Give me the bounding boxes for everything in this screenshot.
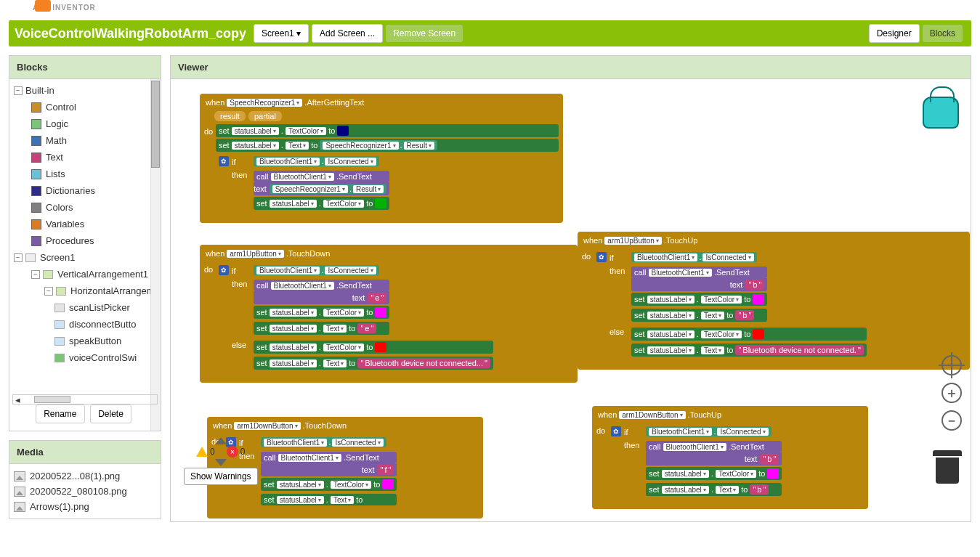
media-item[interactable]: 20200522_080108.png (14, 484, 156, 499)
image-icon (14, 487, 25, 497)
zoom-out-button[interactable]: － (941, 410, 962, 431)
media-panel-header: Media (9, 440, 161, 464)
logo-text: APP INVENTOR (33, 4, 96, 12)
error-icon: × (227, 446, 238, 458)
builtin-control[interactable]: Control (12, 99, 158, 115)
warnings-panel: 0 ×0 Show Warnings (184, 437, 258, 485)
designer-button[interactable]: Designer (869, 24, 920, 43)
zoom-in-button[interactable]: ＋ (941, 383, 962, 403)
screen-node[interactable]: −Screen1 (12, 249, 158, 266)
project-title: VoiceControlWalkingRobotArm_copy (15, 26, 246, 41)
title-bar: VoiceControlWalkingRobotArm_copy Screen1… (9, 20, 971, 46)
builtin-logic[interactable]: Logic (12, 115, 158, 132)
recenter-button[interactable] (941, 355, 962, 375)
horizontal-arrangement-node[interactable]: −HorizontalArrangem (12, 282, 158, 299)
media-item[interactable]: Arrows(1).png (14, 499, 156, 514)
delete-button[interactable]: Delete (90, 404, 131, 423)
when-arm1up-touchdown-block[interactable]: when arm1UpButton .TouchDown do ✿ifBluet… (200, 245, 578, 383)
viewer-panel-header: Viewer (170, 55, 971, 79)
component-disconnectButto[interactable]: disconnectButto (12, 316, 158, 333)
color-navy (337, 126, 349, 136)
image-icon (14, 502, 25, 512)
blocks-button[interactable]: Blocks (923, 25, 963, 42)
component-voiceControlSwi[interactable]: voiceControlSwi (12, 349, 158, 366)
add-screen-button[interactable]: Add Screen ... (312, 24, 383, 43)
when-arm1up-touchup-block[interactable]: when arm1UpButton .TouchUp do ✿ifBluetoo… (578, 232, 970, 370)
color-green (375, 198, 386, 208)
warning-icon (196, 447, 208, 457)
blocks-scrollbar[interactable] (150, 79, 161, 431)
builtin-procedures[interactable]: Procedures (12, 232, 158, 249)
vertical-arrangement-node[interactable]: −VerticalArrangement1 (12, 266, 158, 282)
builtin-text[interactable]: Text (12, 149, 158, 166)
sort-down-icon[interactable] (215, 459, 227, 466)
builtin-lists[interactable]: Lists (12, 166, 158, 182)
builtin-colors[interactable]: Colors (12, 199, 158, 216)
builtin-math[interactable]: Math (12, 132, 158, 149)
blocks-tree: −Built-in ControlLogicMathTextListsDicti… (9, 79, 161, 431)
show-warnings-button[interactable]: Show Warnings (184, 468, 258, 485)
rename-button[interactable]: Rename (36, 404, 84, 423)
component-scanListPicker[interactable]: scanListPicker (12, 299, 158, 316)
component-speakButton[interactable]: speakButton (12, 333, 158, 349)
viewer-canvas[interactable]: when SpeechRecognizer1 .AfterGettingText… (170, 79, 971, 522)
builtin-node[interactable]: −Built-in (12, 82, 158, 99)
trash-icon[interactable] (933, 450, 962, 485)
media-item[interactable]: 20200522...08(1).png (14, 468, 156, 484)
remove-screen-button[interactable]: Remove Screen (386, 25, 463, 42)
when-arm1down-touchup-block[interactable]: when arm1DownButton .TouchUp do ✿ifBluet… (592, 406, 868, 509)
sort-up-icon[interactable] (215, 437, 227, 444)
media-list: 20200522...08(1).png20200522_080108.pngA… (9, 464, 161, 519)
image-icon (14, 471, 25, 481)
screen-selector[interactable]: Screen1 ▾ (254, 24, 309, 43)
blocks-panel-header: Blocks (9, 55, 161, 79)
builtin-dictionaries[interactable]: Dictionaries (12, 182, 158, 199)
builtin-variables[interactable]: Variables (12, 216, 158, 232)
when-speech-after-text-block[interactable]: when SpeechRecognizer1 .AfterGettingText… (200, 94, 563, 223)
